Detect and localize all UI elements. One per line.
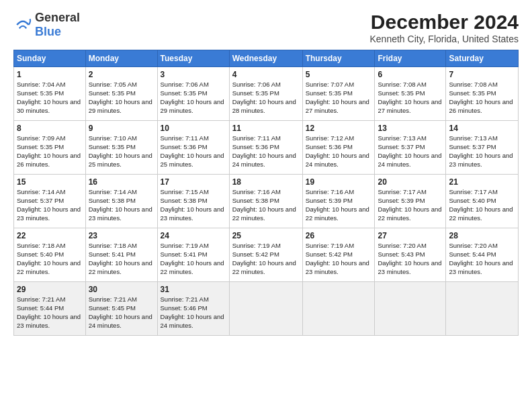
day-number: 18 bbox=[232, 177, 300, 187]
calendar-cell: 25Sunrise: 7:19 AMSunset: 5:42 PMDayligh… bbox=[229, 228, 302, 282]
day-number: 5 bbox=[306, 69, 372, 80]
calendar-body: 1Sunrise: 7:04 AMSunset: 5:35 PMDaylight… bbox=[14, 67, 519, 336]
day-number: 23 bbox=[89, 230, 154, 241]
week-row-1: 1Sunrise: 7:04 AMSunset: 5:35 PMDaylight… bbox=[14, 67, 519, 121]
calendar-cell: 1Sunrise: 7:04 AMSunset: 5:35 PMDaylight… bbox=[14, 67, 86, 121]
day-number: 7 bbox=[449, 69, 515, 80]
calendar-cell: 15Sunrise: 7:14 AMSunset: 5:37 PMDayligh… bbox=[14, 175, 86, 228]
calendar-cell: 27Sunrise: 7:20 AMSunset: 5:43 PMDayligh… bbox=[375, 228, 446, 282]
calendar-cell: 16Sunrise: 7:14 AMSunset: 5:38 PMDayligh… bbox=[85, 175, 157, 228]
logo-general: General bbox=[35, 11, 80, 24]
calendar-cell: 6Sunrise: 7:08 AMSunset: 5:35 PMDaylight… bbox=[375, 67, 446, 121]
col-friday: Friday bbox=[375, 50, 446, 67]
day-number: 21 bbox=[449, 177, 515, 187]
col-tuesday: Tuesday bbox=[157, 50, 229, 67]
title-block: December 2024 Kenneth City, Florida, Uni… bbox=[369, 11, 519, 44]
day-number: 11 bbox=[232, 123, 300, 134]
calendar-cell: 14Sunrise: 7:13 AMSunset: 5:37 PMDayligh… bbox=[446, 121, 519, 175]
day-number: 1 bbox=[17, 69, 83, 80]
calendar-cell: 13Sunrise: 7:13 AMSunset: 5:37 PMDayligh… bbox=[375, 121, 446, 175]
calendar-subtitle: Kenneth City, Florida, United States bbox=[369, 34, 519, 44]
week-row-5: 29Sunrise: 7:21 AMSunset: 5:44 PMDayligh… bbox=[14, 282, 519, 336]
logo: General Blue bbox=[13, 11, 80, 39]
day-number: 15 bbox=[17, 177, 83, 187]
header: General Blue December 2024 Kenneth City,… bbox=[13, 11, 519, 44]
day-number: 22 bbox=[17, 230, 83, 241]
day-number: 8 bbox=[17, 123, 83, 134]
calendar-cell: 11Sunrise: 7:11 AMSunset: 5:36 PMDayligh… bbox=[229, 121, 302, 175]
col-thursday: Thursday bbox=[302, 50, 375, 67]
day-number: 16 bbox=[89, 177, 154, 187]
calendar-cell bbox=[302, 282, 375, 336]
col-monday: Monday bbox=[85, 50, 157, 67]
col-wednesday: Wednesday bbox=[229, 50, 302, 67]
calendar-cell: 5Sunrise: 7:07 AMSunset: 5:35 PMDaylight… bbox=[302, 67, 375, 121]
logo-blue: Blue bbox=[35, 25, 61, 38]
day-number: 9 bbox=[89, 123, 154, 134]
week-row-2: 8Sunrise: 7:09 AMSunset: 5:35 PMDaylight… bbox=[14, 121, 519, 175]
calendar-cell bbox=[446, 282, 519, 336]
day-number: 30 bbox=[89, 284, 154, 295]
calendar-cell: 2Sunrise: 7:05 AMSunset: 5:35 PMDaylight… bbox=[85, 67, 157, 121]
calendar-cell bbox=[375, 282, 446, 336]
col-saturday: Saturday bbox=[446, 50, 519, 67]
calendar-cell: 3Sunrise: 7:06 AMSunset: 5:35 PMDaylight… bbox=[157, 67, 229, 121]
day-number: 29 bbox=[17, 284, 83, 295]
day-number: 26 bbox=[306, 230, 372, 241]
day-number: 25 bbox=[232, 230, 300, 241]
calendar-cell: 12Sunrise: 7:12 AMSunset: 5:36 PMDayligh… bbox=[302, 121, 375, 175]
day-number: 6 bbox=[378, 69, 443, 80]
calendar-cell: 19Sunrise: 7:16 AMSunset: 5:39 PMDayligh… bbox=[302, 175, 375, 228]
col-sunday: Sunday bbox=[14, 50, 86, 67]
day-number: 17 bbox=[161, 177, 226, 187]
week-row-3: 15Sunrise: 7:14 AMSunset: 5:37 PMDayligh… bbox=[14, 175, 519, 228]
day-number: 4 bbox=[232, 69, 300, 80]
calendar-cell: 26Sunrise: 7:19 AMSunset: 5:42 PMDayligh… bbox=[302, 228, 375, 282]
day-number: 31 bbox=[161, 284, 226, 295]
calendar-cell: 24Sunrise: 7:19 AMSunset: 5:41 PMDayligh… bbox=[157, 228, 229, 282]
calendar-cell bbox=[229, 282, 302, 336]
calendar-cell: 20Sunrise: 7:17 AMSunset: 5:39 PMDayligh… bbox=[375, 175, 446, 228]
week-row-4: 22Sunrise: 7:18 AMSunset: 5:40 PMDayligh… bbox=[14, 228, 519, 282]
header-row: Sunday Monday Tuesday Wednesday Thursday… bbox=[14, 50, 519, 67]
calendar-cell: 17Sunrise: 7:15 AMSunset: 5:38 PMDayligh… bbox=[157, 175, 229, 228]
calendar-cell: 31Sunrise: 7:21 AMSunset: 5:46 PMDayligh… bbox=[157, 282, 229, 336]
day-number: 14 bbox=[449, 123, 515, 134]
day-number: 2 bbox=[89, 69, 154, 80]
calendar-table: Sunday Monday Tuesday Wednesday Thursday… bbox=[13, 50, 519, 336]
day-number: 28 bbox=[449, 230, 515, 241]
calendar-cell: 23Sunrise: 7:18 AMSunset: 5:41 PMDayligh… bbox=[85, 228, 157, 282]
day-number: 27 bbox=[378, 230, 443, 241]
calendar-cell: 8Sunrise: 7:09 AMSunset: 5:35 PMDaylight… bbox=[14, 121, 86, 175]
day-number: 24 bbox=[161, 230, 226, 241]
calendar-cell: 29Sunrise: 7:21 AMSunset: 5:44 PMDayligh… bbox=[14, 282, 86, 336]
calendar-header: Sunday Monday Tuesday Wednesday Thursday… bbox=[14, 50, 519, 67]
calendar-cell: 9Sunrise: 7:10 AMSunset: 5:35 PMDaylight… bbox=[85, 121, 157, 175]
day-number: 10 bbox=[161, 123, 226, 134]
logo-text: General Blue bbox=[35, 11, 80, 39]
calendar-title: December 2024 bbox=[369, 11, 519, 34]
day-number: 20 bbox=[378, 177, 443, 187]
calendar-cell: 22Sunrise: 7:18 AMSunset: 5:40 PMDayligh… bbox=[14, 228, 86, 282]
calendar-cell: 4Sunrise: 7:06 AMSunset: 5:35 PMDaylight… bbox=[229, 67, 302, 121]
calendar-cell: 18Sunrise: 7:16 AMSunset: 5:38 PMDayligh… bbox=[229, 175, 302, 228]
calendar-cell: 7Sunrise: 7:08 AMSunset: 5:35 PMDaylight… bbox=[446, 67, 519, 121]
calendar-cell: 30Sunrise: 7:21 AMSunset: 5:45 PMDayligh… bbox=[85, 282, 157, 336]
day-number: 3 bbox=[161, 69, 226, 80]
page: General Blue December 2024 Kenneth City,… bbox=[0, 0, 532, 342]
calendar-cell: 10Sunrise: 7:11 AMSunset: 5:36 PMDayligh… bbox=[157, 121, 229, 175]
day-number: 19 bbox=[306, 177, 372, 187]
day-number: 13 bbox=[378, 123, 443, 134]
calendar-cell: 21Sunrise: 7:17 AMSunset: 5:40 PMDayligh… bbox=[446, 175, 519, 228]
calendar-cell: 28Sunrise: 7:20 AMSunset: 5:44 PMDayligh… bbox=[446, 228, 519, 282]
day-number: 12 bbox=[306, 123, 372, 134]
logo-icon bbox=[13, 15, 32, 34]
